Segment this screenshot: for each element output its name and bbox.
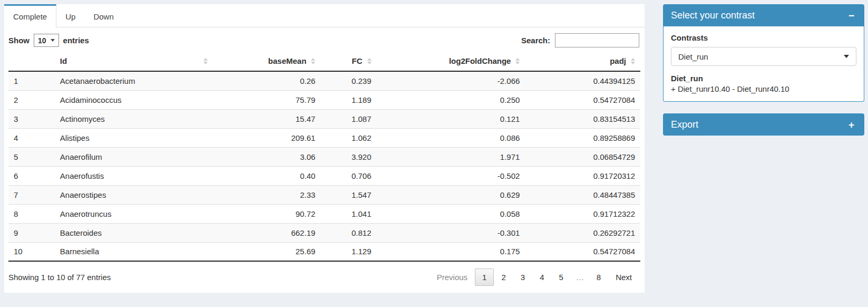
contrast-box: Select your contrast − Contrasts Diet_ru… bbox=[663, 4, 864, 102]
cell-index: 5 bbox=[8, 147, 55, 166]
page-number-2[interactable]: 2 bbox=[494, 268, 513, 286]
cell-log2fc: -0.301 bbox=[377, 223, 525, 242]
page-previous-button[interactable]: Previous bbox=[430, 268, 475, 286]
column-header-index bbox=[8, 51, 55, 71]
contrast-box-header: Select your contrast − bbox=[663, 4, 864, 26]
cell-basemean: 0.26 bbox=[213, 71, 320, 90]
tab-bar: Complete Up Down bbox=[4, 4, 645, 27]
cell-index: 8 bbox=[8, 204, 55, 223]
cell-fc: 1.087 bbox=[320, 109, 376, 128]
cell-padj: 0.06854729 bbox=[525, 147, 640, 166]
column-header-id[interactable]: Id bbox=[55, 51, 213, 71]
table-row: 10Barnesiella25.691.1290.1750.54727084 bbox=[8, 242, 640, 261]
contrast-select[interactable]: Diet_run bbox=[671, 47, 856, 66]
export-box: Export + bbox=[663, 113, 864, 136]
show-label: Show bbox=[8, 36, 30, 45]
search-label: Search: bbox=[521, 36, 550, 45]
cell-basemean: 2.33 bbox=[213, 185, 320, 204]
cell-log2fc: 1.971 bbox=[377, 147, 525, 166]
export-box-title: Export bbox=[671, 119, 698, 130]
table-row: 7Anaerostipes2.331.5470.6290.48447385 bbox=[8, 185, 640, 204]
cell-index: 6 bbox=[8, 166, 55, 185]
cell-index: 3 bbox=[8, 109, 55, 128]
column-header-fc[interactable]: FC bbox=[320, 51, 376, 71]
cell-padj: 0.89258869 bbox=[525, 128, 640, 147]
cell-padj: 0.26292721 bbox=[525, 223, 640, 242]
collapse-minus-icon[interactable]: − bbox=[846, 9, 856, 22]
entries-label: entries bbox=[63, 36, 89, 45]
cell-padj: 0.44394125 bbox=[525, 71, 640, 90]
cell-padj: 0.48447385 bbox=[525, 185, 640, 204]
cell-padj: 0.91720312 bbox=[525, 166, 640, 185]
page-number-1[interactable]: 1 bbox=[475, 268, 494, 286]
table-row: 3Actinomyces15.471.0870.1210.83154513 bbox=[8, 109, 640, 128]
tab-down-label: Down bbox=[93, 12, 113, 21]
page-number-4[interactable]: 4 bbox=[532, 268, 551, 286]
cell-id: Actinomyces bbox=[55, 109, 213, 128]
contrast-name: Diet_run bbox=[671, 74, 856, 83]
page-number-3[interactable]: 3 bbox=[513, 268, 532, 286]
page-length-select[interactable]: 10 bbox=[34, 34, 59, 47]
cell-id: Bacteroides bbox=[55, 223, 213, 242]
cell-fc: 1.129 bbox=[320, 242, 376, 261]
cell-log2fc: 0.175 bbox=[377, 242, 525, 261]
tab-complete[interactable]: Complete bbox=[4, 4, 56, 27]
table-row: 4Alistipes209.611.0620.0860.89258869 bbox=[8, 128, 640, 147]
table-row: 8Anaerotruncus90.721.0410.0580.91712322 bbox=[8, 204, 640, 223]
table-row: 5Anaerofilum3.063.9201.9710.06854729 bbox=[8, 147, 640, 166]
cell-log2fc: 0.250 bbox=[377, 90, 525, 109]
cell-index: 4 bbox=[8, 128, 55, 147]
cell-id: Barnesiella bbox=[55, 242, 213, 261]
search-control: Search: bbox=[521, 33, 639, 47]
cell-index: 7 bbox=[8, 185, 55, 204]
cell-padj: 0.54727084 bbox=[525, 90, 640, 109]
cell-log2fc: -2.066 bbox=[377, 71, 525, 90]
page-number-5[interactable]: 5 bbox=[551, 268, 570, 286]
cell-id: Anaerostipes bbox=[55, 185, 213, 204]
search-input[interactable] bbox=[555, 33, 639, 47]
contrast-formula: + Diet_runr10.40 - Diet_runr40.10 bbox=[671, 84, 856, 93]
page-next-button[interactable]: Next bbox=[608, 268, 639, 286]
table-controls: Show 10 entries Search: bbox=[4, 27, 645, 51]
cell-id: Acidaminococcus bbox=[55, 90, 213, 109]
tab-up[interactable]: Up bbox=[56, 4, 84, 27]
table-header-row: Id baseMean FC bbox=[8, 51, 640, 71]
cell-id: Anaerotruncus bbox=[55, 204, 213, 223]
cell-fc: 0.239 bbox=[320, 71, 376, 90]
cell-fc: 3.920 bbox=[320, 147, 376, 166]
cell-log2fc: 0.058 bbox=[377, 204, 525, 223]
tab-down[interactable]: Down bbox=[84, 4, 122, 27]
sort-icon bbox=[631, 58, 635, 64]
contrast-box-title: Select your contrast bbox=[671, 10, 755, 21]
table-info: Showing 1 to 10 of 77 entries bbox=[8, 273, 111, 282]
contrast-box-body: Contrasts Diet_run Diet_run + Diet_runr1… bbox=[663, 26, 864, 102]
table-row: 2Acidaminococcus75.791.1890.2500.5472708… bbox=[8, 90, 640, 109]
cell-fc: 1.041 bbox=[320, 204, 376, 223]
export-box-header: Export + bbox=[663, 113, 864, 136]
cell-log2fc: 0.086 bbox=[377, 128, 525, 147]
table-row: 1Acetanaerobacterium0.260.239-2.0660.443… bbox=[8, 71, 640, 90]
column-header-log2foldchange[interactable]: log2FoldChange bbox=[377, 51, 525, 71]
tab-up-label: Up bbox=[65, 12, 75, 21]
cell-index: 10 bbox=[8, 242, 55, 261]
column-header-basemean[interactable]: baseMean bbox=[213, 51, 320, 71]
table-row: 9Bacteroides662.190.812-0.3010.26292721 bbox=[8, 223, 640, 242]
cell-fc: 0.812 bbox=[320, 223, 376, 242]
cell-id: Alistipes bbox=[55, 128, 213, 147]
column-header-basemean-label: baseMean bbox=[268, 56, 307, 65]
column-header-padj[interactable]: padj bbox=[525, 51, 640, 71]
cell-fc: 1.189 bbox=[320, 90, 376, 109]
page-number-8[interactable]: 8 bbox=[589, 268, 608, 286]
cell-basemean: 662.19 bbox=[213, 223, 320, 242]
expand-plus-icon[interactable]: + bbox=[846, 119, 856, 131]
cell-index: 2 bbox=[8, 90, 55, 109]
cell-basemean: 75.79 bbox=[213, 90, 320, 109]
page-ellipsis: … bbox=[571, 269, 589, 285]
page-length-value: 10 bbox=[38, 36, 46, 45]
cell-padj: 0.83154513 bbox=[525, 109, 640, 128]
sidebar: Select your contrast − Contrasts Diet_ru… bbox=[663, 4, 864, 147]
table-wrap: Id baseMean FC bbox=[4, 51, 645, 262]
caret-down-icon bbox=[844, 55, 849, 58]
sort-icon bbox=[311, 58, 315, 64]
results-panel: Complete Up Down Show 10 entries Search: bbox=[4, 4, 645, 293]
